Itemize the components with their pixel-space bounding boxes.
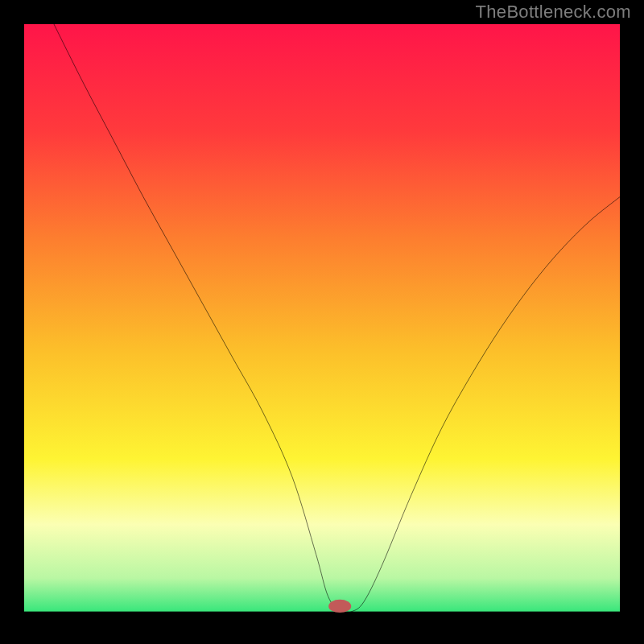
credit-text: TheBottleneck.com bbox=[476, 2, 631, 23]
floor-strip bbox=[24, 612, 620, 620]
chart-container: TheBottleneck.com bbox=[0, 0, 644, 644]
optimal-marker bbox=[328, 600, 351, 613]
bottleneck-chart bbox=[24, 24, 620, 620]
plot-background bbox=[24, 24, 620, 620]
